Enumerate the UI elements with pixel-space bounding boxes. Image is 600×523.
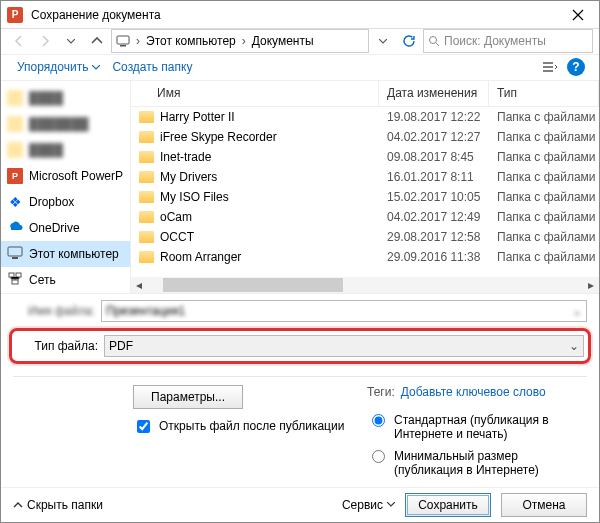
chevron-down-icon [387,502,395,507]
sidebar-item-hidden[interactable]: ███████ [1,111,130,137]
folder-icon [139,191,154,203]
arrow-left-icon [12,34,26,48]
file-name: OCCT [160,230,194,244]
onedrive-icon [7,220,23,236]
svg-point-2 [430,37,437,44]
collapse-folders-button[interactable]: Скрыть папки [13,498,103,512]
view-options-button[interactable] [537,55,563,79]
folder-icon [139,171,154,183]
search-input[interactable]: Поиск: Документы [423,29,593,53]
file-list-area: Имя Дата изменения Тип Harry Potter II19… [131,81,599,293]
sidebar-item-hidden[interactable]: ████ [1,137,130,163]
sidebar-item-powerpoint[interactable]: PMicrosoft PowerP [1,163,130,189]
column-date[interactable]: Дата изменения [379,81,489,106]
new-folder-button[interactable]: Создать папку [106,56,198,78]
file-list[interactable]: Harry Potter II19.08.2017 12:22Папка с ф… [131,107,599,277]
file-row[interactable]: Inet-trade09.08.2017 8:45Папка с файлами [131,147,599,167]
folder-icon [139,251,154,263]
toolbar: Упорядочить Создать папку ? [1,55,599,81]
nav-up-button[interactable] [85,29,109,53]
column-headers: Имя Дата изменения Тип [131,81,599,107]
filename-row: Имя файла: Презентация1⌄ [13,300,587,322]
nav-back-button[interactable] [7,29,31,53]
search-placeholder: Поиск: Документы [444,34,546,48]
parameters-button[interactable]: Параметры... [133,385,243,409]
organize-menu[interactable]: Упорядочить [11,56,106,78]
file-date: 15.02.2017 10:05 [379,190,489,204]
help-button[interactable]: ? [563,55,589,79]
tags-input[interactable]: Добавьте ключевое слово [401,385,546,399]
file-row[interactable]: Harry Potter II19.08.2017 12:22Папка с ф… [131,107,599,127]
powerpoint-icon: P [7,168,23,184]
file-row[interactable]: OCCT29.08.2017 12:58Папка с файлами [131,227,599,247]
sidebar: ████ ███████ ████ PMicrosoft PowerP ❖Dro… [1,81,131,293]
help-icon: ? [567,58,585,76]
close-button[interactable] [557,1,599,29]
radio-label: Стандартная (публикация в Интернете и пе… [394,413,587,441]
file-type: Папка с файлами [489,190,599,204]
chevron-down-icon[interactable]: ⌄ [572,304,582,318]
file-row[interactable]: My ISO Files15.02.2017 10:05Папка с файл… [131,187,599,207]
file-name: iFree Skype Recorder [160,130,277,144]
svg-rect-5 [9,273,14,277]
svg-rect-4 [12,257,18,259]
breadcrumb-segment[interactable]: Этот компьютер [142,30,240,52]
breadcrumb-bar[interactable]: › Этот компьютер › Документы [111,29,369,53]
h-scrollbar[interactable]: ◂ ▸ [131,277,599,293]
options-area: Параметры... Открыть файл после публикац… [1,385,599,487]
file-type: Папка с файлами [489,170,599,184]
radio-standard[interactable]: Стандартная (публикация в Интернете и пе… [367,413,587,441]
radio-minimal[interactable]: Минимальный размер (публикация в Интерне… [367,449,587,477]
file-type: Папка с файлами [489,210,599,224]
scroll-right-icon[interactable]: ▸ [583,277,599,293]
nav-forward-button[interactable] [33,29,57,53]
column-type[interactable]: Тип [489,81,599,106]
service-menu[interactable]: Сервис [342,498,395,512]
filetype-highlight: Тип файла: PDF⌄ [9,328,591,364]
file-row[interactable]: iFree Skype Recorder04.02.2017 12:27Папк… [131,127,599,147]
file-row[interactable]: oCam04.02.2017 12:49Папка с файлами [131,207,599,227]
folder-icon [139,151,154,163]
svg-rect-0 [117,36,129,44]
filename-input[interactable]: Презентация1⌄ [101,300,587,322]
filetype-dropdown[interactable]: PDF⌄ [104,335,584,357]
radio-input[interactable] [372,414,385,427]
save-as-dialog: P Сохранение документа › Этот компьютер … [0,0,600,523]
file-name: My ISO Files [160,190,229,204]
sidebar-item-network[interactable]: Сеть [1,267,130,293]
arrow-up-icon [90,34,104,48]
checkbox-input[interactable] [137,420,150,433]
save-button[interactable]: Сохранить [405,493,491,517]
close-icon [572,9,584,21]
view-icon [542,61,558,73]
breadcrumb-segment[interactable]: Документы [248,30,318,52]
sidebar-item-dropbox[interactable]: ❖Dropbox [1,189,130,215]
cancel-button[interactable]: Отмена [501,493,587,517]
recent-locations-button[interactable] [59,29,83,53]
breadcrumb-dropdown[interactable] [371,29,395,53]
chevron-down-icon [92,65,100,70]
arrow-right-icon [38,34,52,48]
sidebar-item-onedrive[interactable]: OneDrive [1,215,130,241]
sidebar-item-hidden[interactable]: ████ [1,85,130,111]
pc-icon [7,246,23,262]
scroll-thumb[interactable] [163,278,343,292]
open-after-checkbox[interactable]: Открыть файл после публикации [133,419,367,436]
file-name: Room Arranger [160,250,241,264]
file-row[interactable]: Room Arranger29.09.2016 11:38Папка с фай… [131,247,599,267]
sidebar-item-this-pc[interactable]: Этот компьютер [1,241,130,267]
checkbox-label: Открыть файл после публикации [159,419,344,433]
radio-input[interactable] [372,450,385,463]
refresh-button[interactable] [397,29,421,53]
sidebar-item-label: Microsoft PowerP [29,169,123,183]
file-row[interactable]: My Drivers16.01.2017 8:11Папка с файлами [131,167,599,187]
radio-label: Минимальный размер (публикация в Интерне… [394,449,587,477]
chevron-down-icon[interactable]: ⌄ [569,339,579,353]
tags-row: Теги: Добавьте ключевое слово [367,385,587,399]
dropbox-icon: ❖ [7,194,23,210]
file-name: My Drivers [160,170,217,184]
scroll-left-icon[interactable]: ◂ [131,277,147,293]
column-name[interactable]: Имя [131,81,379,106]
folder-icon [7,90,23,106]
file-type: Папка с файлами [489,110,599,124]
